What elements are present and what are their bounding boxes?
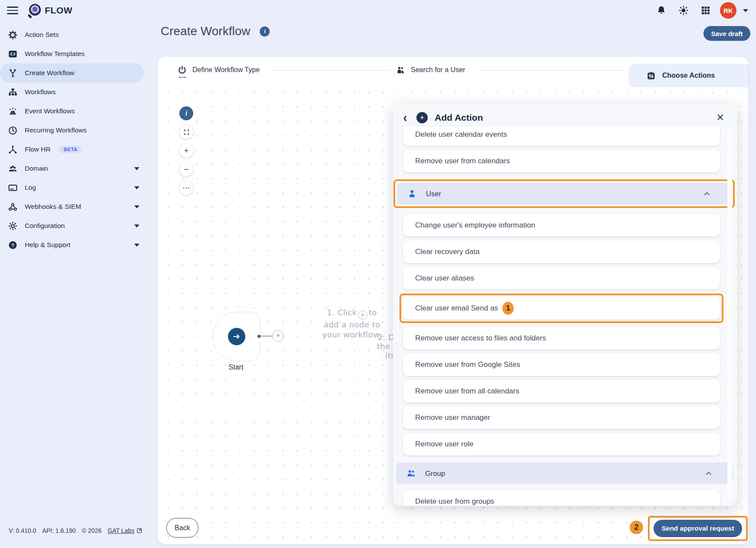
step-label: Search for a User <box>411 66 465 74</box>
sidebar-item-recurring-workflows[interactable]: Recurring Workflows <box>0 121 145 140</box>
action-item-change-user-s-employee-information[interactable]: Change user's employee information <box>403 214 720 237</box>
add-node-plus-button[interactable]: + <box>272 330 284 342</box>
sidebar-item-flow-hr[interactable]: Flow HRBETA <box>0 140 145 159</box>
zoom-in-button[interactable]: + <box>179 144 193 158</box>
sidebar-item-label: Recurring Workflows <box>25 126 87 134</box>
step-label: Define Workflow Type <box>192 66 260 74</box>
action-item-remove-user-manager[interactable]: Remove user manager <box>403 406 720 429</box>
action-item-label: Remove user from calendars <box>415 157 510 165</box>
gat-labs-link[interactable]: GAT Labs <box>108 527 143 534</box>
hamburger-menu-icon[interactable] <box>7 7 18 14</box>
action-item-remove-user-from-all-calendars[interactable]: Remove user from all calendars <box>403 380 720 403</box>
sidebar-item-label: Create Workflow <box>25 69 74 77</box>
sidebar-item-log[interactable]: Log <box>0 178 145 197</box>
step-define-workflow-type[interactable]: Define Workflow Type <box>177 57 260 83</box>
workflow-card: Define Workflow Type Search for a User C… <box>158 57 748 544</box>
group-icon <box>406 468 416 479</box>
info-icon[interactable]: i <box>260 26 270 36</box>
sidebar-item-label: Event Workflows <box>25 107 75 115</box>
apps-grid-icon[interactable] <box>700 5 711 16</box>
workflow-canvas[interactable]: i + − ⋯ Start + 1. Click+to add a node t… <box>158 83 748 544</box>
event-workflows-icon <box>8 106 18 116</box>
user-icon <box>407 188 417 199</box>
sidebar-item-label: Log <box>25 184 36 191</box>
add-action-panel: ‹ + Add Action ✕ Delete user calendar ev… <box>393 103 737 506</box>
action-item-clear-user-aliases[interactable]: Clear user aliases <box>403 267 720 290</box>
save-draft-button[interactable]: Save draft <box>703 26 750 41</box>
highlight-box-user: User <box>393 179 735 208</box>
choose-actions-icon <box>646 71 656 81</box>
sidebar-item-workflows[interactable]: Workflows <box>0 83 145 102</box>
zoom-out-button[interactable]: − <box>179 162 193 176</box>
chevron-down-icon <box>134 186 139 189</box>
svg-text:?: ? <box>11 242 14 248</box>
fit-view-icon[interactable] <box>179 125 193 139</box>
highlight-box-send: Send approval request <box>648 516 748 541</box>
panel-title: Add Action <box>435 112 483 123</box>
start-node[interactable] <box>213 312 260 361</box>
action-item-label: Remove user from Google Sites <box>415 360 520 369</box>
account-caret-down-icon[interactable] <box>743 9 748 12</box>
create-workflow-icon <box>8 68 18 78</box>
action-item-label: Delete user calendar events <box>415 130 507 139</box>
chevron-down-icon <box>134 205 139 208</box>
sidebar-item-label: Workflow Templates <box>25 50 85 58</box>
action-section-user[interactable]: User <box>397 183 731 205</box>
top-right-actions: RK <box>656 2 756 19</box>
action-sets-icon <box>8 30 18 40</box>
action-item-clear-recovery-data[interactable]: Clear recovery data <box>403 241 720 263</box>
action-item-clear-user-email-send-as[interactable]: Clear user email Send as1 <box>403 297 720 320</box>
page-title: Create Workflow <box>161 24 250 38</box>
step-label: Choose Actions <box>662 72 715 79</box>
app-name: FLOW <box>45 5 73 16</box>
log-icon <box>8 183 18 193</box>
sidebar-item-action-sets[interactable]: Action Sets <box>0 25 145 44</box>
start-arrow-icon <box>228 328 245 345</box>
action-item-delete-user-from-groups[interactable]: Delete user from groups <box>403 490 720 506</box>
page-title-row: Create Workflow i <box>161 24 270 38</box>
chevron-up-icon <box>703 189 711 198</box>
action-item-label: Clear recovery data <box>415 248 479 256</box>
sidebar-item-label: Domain <box>25 165 48 172</box>
sidebar-item-configuration[interactable]: Configuration <box>0 216 145 235</box>
section-label: User <box>426 190 441 198</box>
annotation-badge-1: 1 <box>502 302 514 315</box>
action-item-remove-user-role[interactable]: Remove user role <box>403 433 720 456</box>
notifications-bell-icon[interactable] <box>656 5 667 16</box>
action-item-label: Clear user email Send as <box>415 304 498 313</box>
send-approval-request-button[interactable]: Send approval request <box>654 520 742 537</box>
workflow-templates-icon <box>8 49 18 59</box>
sidebar-item-workflow-templates[interactable]: Workflow Templates <box>0 44 145 63</box>
configuration-icon <box>8 221 18 231</box>
add-action-header: ‹ + Add Action ✕ <box>393 103 737 129</box>
top-bar: FLOW RK <box>0 0 756 21</box>
chevron-down-icon <box>134 167 139 170</box>
close-panel-icon[interactable]: ✕ <box>716 113 724 122</box>
action-section-group[interactable]: Group <box>396 462 733 484</box>
action-item-remove-user-from-calendars[interactable]: Remove user from calendars <box>403 150 720 172</box>
sidebar-item-create-workflow[interactable]: Create Workflow <box>0 63 144 83</box>
sidebar-item-label: Workflows <box>25 88 56 96</box>
step-search-for-a-user[interactable]: Search for a User <box>396 57 465 83</box>
action-item-remove-user-access-to-files-and-folders[interactable]: Remove user access to files and folders <box>403 327 720 350</box>
theme-brightness-icon[interactable] <box>678 5 689 16</box>
app-logo: FLOW <box>28 4 73 17</box>
back-button[interactable]: Back <box>166 518 198 538</box>
action-item-delete-user-calendar-events[interactable]: Delete user calendar events <box>403 127 720 146</box>
canvas-more-button[interactable]: ⋯ <box>179 181 193 195</box>
power-icon <box>177 65 187 75</box>
sidebar-item-label: Webhooks & SIEM <box>25 203 81 211</box>
stepper-connector <box>271 70 390 71</box>
sidebar-item-event-workflows[interactable]: Event Workflows <box>0 102 145 121</box>
panel-back-icon[interactable]: ‹ <box>403 111 407 124</box>
action-item-remove-user-from-google-sites[interactable]: Remove user from Google Sites <box>403 353 720 376</box>
sidebar-item-label: Help & Support <box>25 241 70 249</box>
user-avatar[interactable]: RK <box>720 2 736 19</box>
sidebar-item-domain[interactable]: Domain <box>0 159 145 178</box>
sidebar-item-webhooks-siem[interactable]: Webhooks & SIEM <box>0 197 145 216</box>
panel-scrollbar[interactable] <box>727 129 732 500</box>
canvas-info-button[interactable]: i <box>179 106 193 120</box>
sidebar-item-help-support[interactable]: ?Help & Support <box>0 235 145 254</box>
edge-line <box>260 336 272 337</box>
app-version: V: 0.410.0 <box>9 527 36 534</box>
